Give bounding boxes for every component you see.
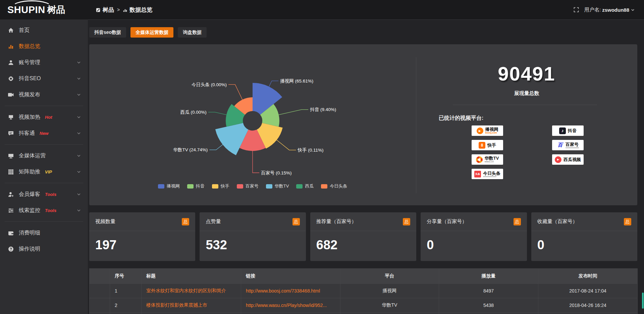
video-table-wrap: 序号标题链接平台播放量发布时间 1室外水纹灯和室内水纹灯的区别和简介http:/… [89,268,637,314]
sidebar-item[interactable]: 视频发布 [0,87,88,103]
pie-label: 华数TV (24.74%) [173,147,208,152]
platform-badge: 华数TVwasu.cn [472,154,503,165]
topbar-right: 用户名: zswodun88 [574,7,644,13]
stat-cards-row: 视频数量总197点赞量总532推荐量（百家号）总682分享量（百家号）总0收藏量… [89,212,637,261]
sidebar-item[interactable]: 矩阵助推VIP [0,164,88,180]
stat-card-header: 推荐量（百家号）总 [310,212,416,231]
sidebar-divider [5,106,83,106]
legend-swatch [158,184,164,189]
cell-url-link[interactable]: http://www.wasu.cn/Play/show/id/952... [241,298,340,313]
pie-label-line [209,145,223,150]
wallet-icon [8,230,14,236]
platform-name: 抖音 [568,128,577,133]
platform-badge-column-2: ♪抖音百百家号▶西瓜视频 [552,125,584,165]
column-header: 发布时间 [538,269,638,284]
username-value: zswodun88 [602,7,629,13]
table-row: 1室外水纹灯和室内水纹灯的区别和简介http://www.boosj.com/7… [90,284,638,298]
cell-platform: 播视网 [340,284,439,298]
legend-item[interactable]: 百家号 [237,183,259,189]
chevron-down-icon [76,115,81,119]
logo-arc [11,0,52,14]
stat-card-value: 532 [200,231,306,252]
stat-card-title: 分享量（百家号） [427,218,467,225]
overview-panel: 播视网 (65.61%)抖音 (9.40%)快手 (0.11%)百家号 (0.1… [89,44,637,205]
sidebar-item-tag: Hot [45,115,52,120]
user-menu[interactable]: 用户名: zswodun88 [584,7,635,13]
legend-item[interactable]: 今日头条 [321,183,347,189]
breadcrumb-separator: > [117,7,120,12]
scrollbar-thumb[interactable] [642,293,644,309]
platform-name: 今日头条 [483,171,500,175]
sidebar-item[interactable]: 抖客通New [0,125,88,141]
wasu-logo-icon [476,156,483,163]
legend-item[interactable]: 快手 [212,183,229,189]
total-impressions-label: 展现量总数 [416,90,637,97]
sidebar-item[interactable]: 抖音SEO [0,70,88,87]
fullscreen-icon[interactable] [574,7,579,12]
sidebar-item-label: 线索监控 [19,207,40,214]
legend-label: 播视网 [167,183,180,189]
pie-label: 西瓜 (0.00%) [180,110,207,115]
pie-label: 今日头条 (0.00%) [192,82,227,87]
summary-divider [453,105,597,105]
cell-platform: 华数TV [340,298,439,313]
legend-label: 西瓜 [305,183,314,189]
legend-swatch [187,184,194,189]
sidebar-item-label: 首页 [19,27,30,34]
sidebar-divider [5,144,83,145]
breadcrumb-item-current[interactable]: 数据总览 [123,6,152,14]
stat-card: 视频数量总197 [89,212,195,261]
cell-title-link[interactable]: 楼体投影灯投影效果震撼上市 [142,298,241,313]
summary-block: 90491 展现量总数 已统计的视频平台: ▶播视网boosj.com8快手华数… [416,44,637,205]
platform-badge: ♪抖音 [552,125,584,136]
platform-subtext: wasu.cn [485,160,494,163]
pie-label-line [253,151,259,173]
pie-label: 快手 (0.11%) [297,148,323,153]
pie-label-line [228,85,243,100]
sidebar-item[interactable]: 操作说明 [0,241,88,257]
platform-subtext-bar [566,147,579,148]
tab-询盘数据[interactable]: 询盘数据 [178,27,207,38]
breadcrumb-item-home[interactable]: 树品 [96,6,114,14]
total-impressions-value: 90491 [416,62,637,85]
sidebar-item[interactable]: 视频加热Hot [0,109,88,125]
sidebar-item[interactable]: 线索监控Tools [0,202,88,218]
sidebar-item-tag: New [40,131,49,136]
sidebar-item[interactable]: 消费明细 [0,225,88,241]
platform-subtext: boosj.com [485,132,497,134]
stat-card-header: 点赞量总 [200,212,306,231]
platform-badge: 8快手 [472,140,503,150]
stat-card-header: 收藏量（百家号）总 [531,212,637,231]
legend-label: 华数TV [275,183,289,189]
table-row-partial [90,313,638,314]
chart-icon [8,44,14,49]
cell-title-link[interactable]: 室外水纹灯和室内水纹灯的区别和简介 [142,284,241,298]
legend-item[interactable]: 播视网 [158,183,180,189]
sidebar-item[interactable]: 会员爆客Tools [0,186,88,202]
pie-label-line [279,110,308,115]
total-badge: 总 [624,218,631,225]
pie-slice[interactable] [215,123,249,155]
sidebar-item-label: 账号管理 [19,59,40,66]
sidebar-item-label: 视频加热 [19,114,40,121]
sidebar-item-tag: Tools [45,192,56,197]
app-logo: SHUPIN 树品 [0,0,88,19]
legend-item[interactable]: 抖音 [187,183,205,189]
sidebar-item[interactable]: 数据总览 [0,38,88,54]
sidebar-item-tag: VIP [45,169,52,174]
legend-label: 快手 [221,183,229,189]
legend-item[interactable]: 西瓜 [296,183,314,189]
sidebar-item[interactable]: 账号管理 [0,54,88,70]
sidebar-item[interactable]: 首页 [0,22,88,38]
cell-url-link[interactable]: http://www.boosj.com/7338468.html [241,284,340,298]
legend-item[interactable]: 华数TV [266,183,289,189]
stat-card: 推荐量（百家号）总682 [310,212,416,261]
sidebar-item-label: 视频发布 [19,91,40,98]
tab-抖音seo数据[interactable]: 抖音seo数据 [89,27,126,38]
legend-swatch [237,184,243,189]
stat-card-header: 分享量（百家号）总 [421,212,527,231]
tab-全媒体运营数据[interactable]: 全媒体运营数据 [130,27,173,38]
breadcrumb-label: 数据总览 [129,6,152,14]
sidebar-item[interactable]: 全媒体运营 [0,148,88,164]
sidebar-item-label: 抖客通 [19,130,35,137]
